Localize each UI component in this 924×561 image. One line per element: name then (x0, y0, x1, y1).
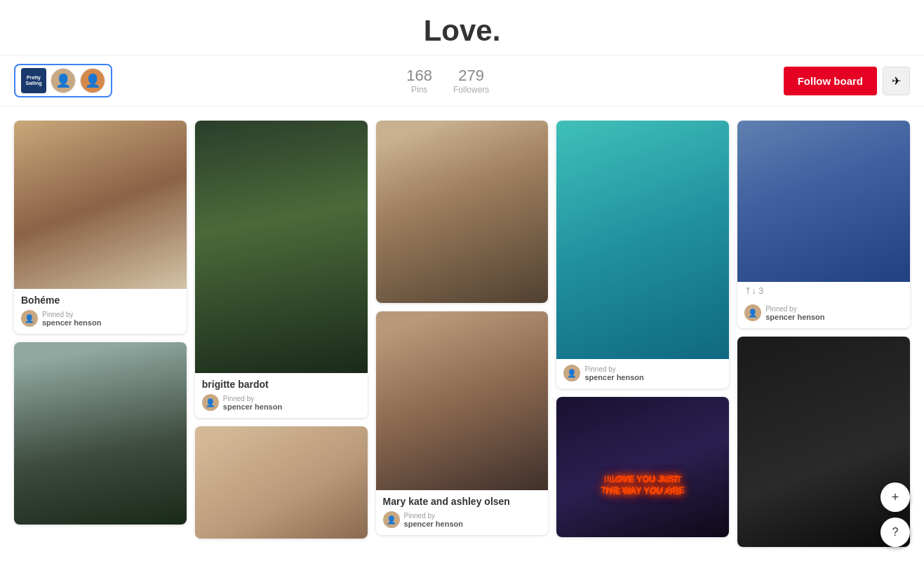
owner-avatar-2[interactable]: 👤 (80, 68, 105, 93)
floating-plus-button[interactable]: + (881, 482, 910, 512)
pin-author-avatar-underwater: 👤 (563, 365, 580, 381)
pin-card-brigitte[interactable]: brigitte bardot 👤 Pinned by spencer hens… (195, 121, 368, 418)
page-header: Love. (0, 0, 924, 55)
pin-card-couple-mountain[interactable]: ⤒↓ 3 👤 Pinned by spencer henson (737, 121, 910, 328)
pin-author-info-mary-kate: Pinned by spencer henson (404, 511, 463, 528)
pin-title-brigitte: brigitte bardot (202, 379, 361, 390)
pin-info-brigitte: brigitte bardot 👤 Pinned by spencer hens… (195, 373, 368, 418)
pin-author-info-brigitte: Pinned by spencer henson (223, 394, 282, 411)
pin-author-info-underwater: Pinned by spencer henson (584, 365, 643, 381)
masonry-grid: Bohéme 👤 Pinned by spencer henson (14, 121, 910, 547)
pin-image-brigitte (195, 121, 368, 373)
pin-image-lana (14, 342, 187, 525)
board-logo: PrettySailing (21, 68, 46, 93)
pin-card-mary-kate[interactable]: Mary kate and ashley olsen 👤 Pinned by s… (376, 311, 549, 535)
pin-author-mary-kate: 👤 Pinned by spencer henson (383, 511, 542, 528)
pin-image-underwater (556, 121, 729, 359)
stats-container: 168 Pins 279 Followers (406, 67, 489, 95)
pin-likes-couple-mountain: ⤒↓ 3 (737, 282, 910, 299)
pin-card-bedroom[interactable] (195, 426, 368, 539)
pins-count: 168 (406, 67, 432, 85)
owner-avatar-1[interactable]: 👤 (51, 68, 76, 93)
board-owners[interactable]: PrettySailing 👤 👤 (14, 64, 112, 97)
likes-icon: ⤒↓ (744, 286, 756, 296)
pins-stat: 168 Pins (406, 67, 432, 95)
pin-author-info-boheme: Pinned by spencer henson (42, 310, 101, 327)
pin-card-underwater[interactable]: 👤 Pinned by spencer henson (556, 121, 729, 388)
pin-author-avatar-boheme: 👤 (21, 310, 38, 327)
pin-image-couple-mountain (737, 121, 910, 282)
page-title: Love. (0, 14, 924, 48)
likes-count: 3 (758, 286, 763, 296)
followers-count: 279 (453, 67, 489, 85)
pin-image-mary-kate (376, 311, 549, 490)
pin-card-neon[interactable]: I LOVE YOU JUSTTHE WAY YOU ARE (556, 397, 729, 537)
masonry-col-2: Mary kate and ashley olsen 👤 Pinned by s… (376, 121, 549, 547)
pin-info-couple-mountain: 👤 Pinned by spencer henson (737, 299, 910, 328)
pin-author-boheme: 👤 Pinned by spencer henson (21, 310, 180, 327)
pin-card-boheme[interactable]: Bohéme 👤 Pinned by spencer henson (14, 121, 187, 334)
pin-author-brigitte: 👤 Pinned by spencer henson (202, 394, 361, 411)
masonry-col-1: brigitte bardot 👤 Pinned by spencer hens… (195, 121, 368, 547)
pin-card-lana[interactable] (14, 342, 187, 525)
pin-card-blonde1[interactable] (376, 121, 549, 303)
pin-title-boheme: Bohéme (21, 295, 180, 306)
pin-author-info-couple-mountain: Pinned by spencer henson (765, 304, 824, 321)
followers-stat: 279 Followers (453, 67, 489, 95)
pin-image-neon: I LOVE YOU JUSTTHE WAY YOU ARE (556, 397, 729, 537)
top-bar: PrettySailing 👤 👤 168 Pins 279 Followers… (0, 55, 924, 107)
followers-label: Followers (453, 85, 489, 95)
avatar-image-2: 👤 (81, 69, 105, 93)
masonry-col-3: 👤 Pinned by spencer henson I LOVE YOU JU… (556, 121, 729, 547)
follow-board-button[interactable]: Follow board (784, 67, 877, 95)
pin-author-couple-mountain: 👤 Pinned by spencer henson (744, 304, 903, 321)
pin-image-bedroom (195, 426, 368, 539)
pin-author-avatar-brigitte: 👤 (202, 394, 219, 411)
pin-author-avatar-mary-kate: 👤 (383, 511, 400, 528)
floating-help-button[interactable]: ? (881, 518, 910, 547)
neon-text: I LOVE YOU JUSTTHE WAY YOU ARE (604, 473, 682, 498)
send-button[interactable]: ✈ (883, 67, 910, 95)
pin-info-mary-kate: Mary kate and ashley olsen 👤 Pinned by s… (376, 490, 549, 535)
pin-author-avatar-couple-mountain: 👤 (744, 304, 761, 321)
floating-buttons: + ? (881, 482, 910, 547)
pin-author-underwater: 👤 Pinned by spencer henson (563, 365, 722, 381)
pin-info-underwater: 👤 Pinned by spencer henson (556, 359, 729, 388)
top-bar-actions: Follow board ✈ (784, 67, 910, 95)
pin-grid-container: Bohéme 👤 Pinned by spencer henson (0, 107, 924, 561)
pin-info-boheme: Bohéme 👤 Pinned by spencer henson (14, 289, 187, 334)
avatar-image-1: 👤 (51, 69, 75, 93)
pin-image-blonde1 (376, 121, 549, 303)
masonry-col-0: Bohéme 👤 Pinned by spencer henson (14, 121, 187, 547)
pins-label: Pins (406, 85, 432, 95)
pin-title-mary-kate: Mary kate and ashley olsen (383, 496, 542, 507)
pin-image-boheme (14, 121, 187, 289)
